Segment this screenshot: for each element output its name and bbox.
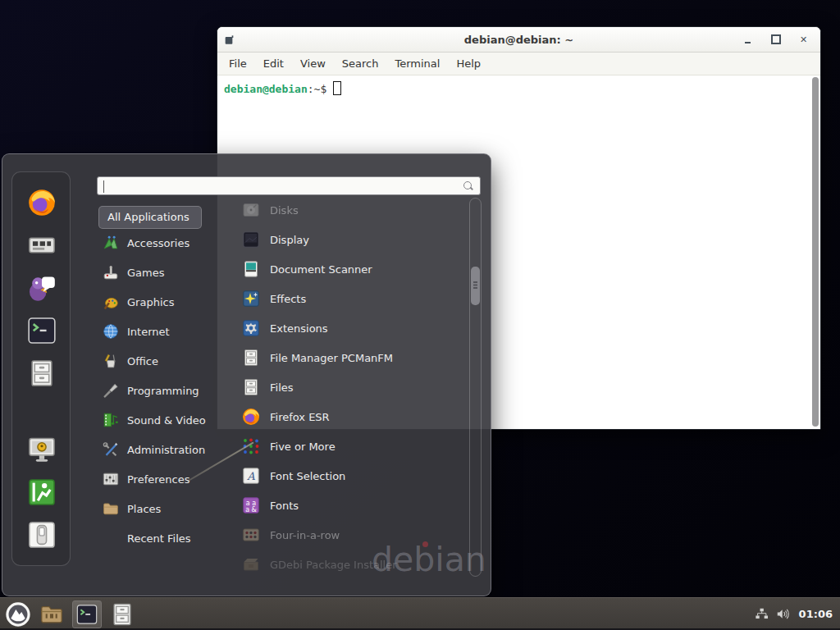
app-firefox-esr[interactable]: Firefox ESR bbox=[217, 402, 468, 431]
app-five-or-more[interactable]: Five or More bbox=[217, 431, 468, 461]
office-icon bbox=[102, 352, 120, 370]
terminal-title: debian@debian: ~ bbox=[217, 34, 820, 46]
gdebi-icon bbox=[241, 555, 261, 574]
app-launcher-menu: All Applications AccessoriesGamesGraphic… bbox=[2, 153, 491, 596]
app-fonts[interactable]: a aa &Fonts bbox=[217, 491, 468, 520]
four-icon bbox=[241, 525, 261, 545]
app-label: Four-in-a-row bbox=[270, 529, 340, 541]
app-list-scrollbar[interactable] bbox=[469, 198, 482, 577]
app-label: Font Selection bbox=[270, 470, 345, 482]
category-administration[interactable]: Administration bbox=[98, 435, 218, 464]
category-label: Sound & Video bbox=[127, 414, 206, 427]
app-effects[interactable]: Effects bbox=[217, 284, 468, 313]
app-file-manager-pcmanfm[interactable]: File Manager PCManFM bbox=[217, 343, 468, 372]
terminal-menubar: FileEditViewSearchTerminalHelp bbox=[217, 52, 820, 75]
category-programming[interactable]: Programming bbox=[98, 376, 218, 405]
shutdown-button[interactable] bbox=[26, 519, 57, 550]
category-list: AccessoriesGamesGraphicsInternetOfficePr… bbox=[98, 228, 218, 553]
app-display[interactable]: Display bbox=[217, 225, 468, 254]
app-label: Effects bbox=[270, 293, 306, 305]
app-list: DisksDisplayDocument ScannerEffectsExten… bbox=[217, 195, 468, 579]
minimize-button[interactable] bbox=[742, 34, 753, 45]
app-label: File Manager PCManFM bbox=[270, 352, 393, 364]
programming-icon bbox=[102, 381, 120, 399]
category-label: Recent Files bbox=[127, 532, 191, 545]
accessories-icon bbox=[102, 234, 120, 252]
category-graphics[interactable]: Graphics bbox=[98, 287, 218, 317]
terminal-prompt-user: debian@debian bbox=[224, 83, 308, 95]
clock[interactable]: 01:06 bbox=[799, 608, 833, 620]
svg-text:a &: a & bbox=[245, 506, 257, 514]
maximize-button[interactable] bbox=[770, 34, 781, 45]
soundvideo-icon bbox=[102, 411, 120, 429]
firefox-icon bbox=[241, 407, 261, 427]
debian-watermark: debian bbox=[372, 540, 486, 579]
close-button[interactable]: ✕ bbox=[798, 34, 809, 45]
app-label: Firefox ESR bbox=[270, 411, 330, 423]
terminal-scrollbar[interactable] bbox=[812, 77, 819, 427]
app-label: Extensions bbox=[270, 322, 328, 335]
app-label: Document Scanner bbox=[270, 263, 372, 276]
taskbar-file-manager-button[interactable] bbox=[39, 601, 65, 628]
category-accessories[interactable]: Accessories bbox=[98, 228, 218, 258]
terminal-menu-search[interactable]: Search bbox=[334, 52, 387, 75]
taskbar-file-cabinet-button[interactable] bbox=[109, 601, 135, 628]
app-font-selection[interactable]: AFont Selection bbox=[217, 461, 468, 491]
app-document-scanner[interactable]: Document Scanner bbox=[217, 254, 468, 284]
category-office[interactable]: Office bbox=[98, 346, 218, 376]
app-label: Files bbox=[270, 381, 294, 394]
favorite-terminal-icon[interactable] bbox=[26, 315, 57, 346]
category-label: Office bbox=[127, 355, 158, 368]
logout-button[interactable] bbox=[26, 477, 57, 508]
favorite-pidgin-icon[interactable] bbox=[26, 272, 57, 304]
app-list-scrollbar-thumb[interactable] bbox=[471, 267, 480, 305]
app-disks[interactable]: Disks bbox=[217, 195, 468, 225]
app-extensions[interactable]: Extensions bbox=[217, 313, 468, 343]
svg-text:A: A bbox=[246, 470, 255, 482]
lock-screen-button[interactable] bbox=[26, 434, 57, 465]
search-box[interactable] bbox=[97, 176, 481, 195]
category-preferences[interactable]: Preferences bbox=[98, 464, 218, 494]
taskbar-terminal-button[interactable] bbox=[75, 603, 98, 626]
graphics-icon bbox=[102, 293, 120, 311]
app-label: Display bbox=[270, 234, 309, 246]
terminal-menu-view[interactable]: View bbox=[292, 52, 334, 75]
favorite-firefox-icon[interactable] bbox=[26, 187, 57, 218]
extensions-icon bbox=[241, 318, 261, 338]
category-label: Games bbox=[127, 267, 164, 279]
filter-all-applications-button[interactable]: All Applications bbox=[98, 206, 202, 229]
category-label: Administration bbox=[127, 444, 205, 456]
volume-icon[interactable] bbox=[775, 606, 791, 622]
search-input[interactable] bbox=[98, 177, 480, 194]
terminal-titlebar[interactable]: debian@debian: ~ ✕ bbox=[217, 27, 820, 52]
app-label: Five or More bbox=[270, 441, 336, 453]
favorite-package-manager-icon[interactable] bbox=[26, 230, 57, 261]
app-files[interactable]: Files bbox=[217, 372, 468, 402]
admin-icon bbox=[102, 441, 120, 459]
favorite-file-manager-icon[interactable] bbox=[26, 358, 57, 389]
terminal-menu-edit[interactable]: Edit bbox=[255, 52, 292, 75]
terminal-menu-help[interactable]: Help bbox=[448, 52, 489, 75]
blank-icon bbox=[102, 529, 120, 547]
network-icon[interactable] bbox=[754, 606, 769, 622]
display-icon bbox=[241, 230, 261, 249]
category-sound-video[interactable]: Sound & Video bbox=[98, 405, 218, 435]
category-internet[interactable]: Internet bbox=[98, 317, 218, 346]
terminal-window-icon bbox=[223, 34, 236, 47]
taskbar-start-menu-button[interactable] bbox=[5, 601, 31, 628]
category-games[interactable]: Games bbox=[98, 258, 218, 287]
prefs-icon bbox=[102, 470, 120, 488]
effects-icon bbox=[241, 289, 261, 308]
fontsel-icon: A bbox=[241, 466, 261, 486]
category-recent-files[interactable]: Recent Files bbox=[98, 523, 218, 553]
terminal-menu-terminal[interactable]: Terminal bbox=[386, 52, 448, 75]
taskbar-terminal-active-button[interactable] bbox=[72, 600, 102, 628]
internet-icon bbox=[102, 322, 120, 340]
disks-icon bbox=[241, 200, 261, 220]
search-icon bbox=[463, 180, 474, 192]
taskbar-launchers bbox=[0, 600, 135, 628]
category-places[interactable]: Places bbox=[98, 494, 218, 523]
terminal-menu-file[interactable]: File bbox=[221, 52, 255, 75]
window-controls: ✕ bbox=[742, 27, 809, 52]
fonts-icon: a aa & bbox=[241, 495, 261, 515]
